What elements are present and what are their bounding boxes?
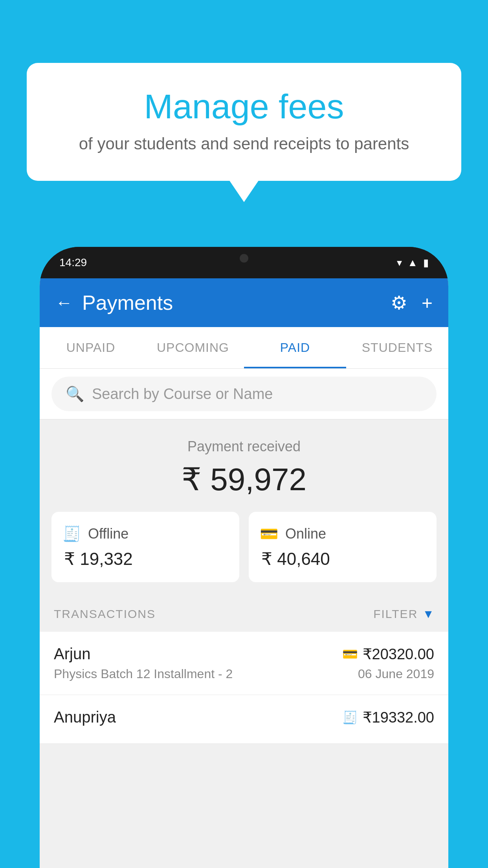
status-icons: ▾ ▲ ▮ — [397, 257, 429, 269]
transaction-row[interactable]: Anupriya 🧾 ₹19332.00 — [40, 695, 448, 744]
tab-students[interactable]: STUDENTS — [346, 327, 448, 368]
front-camera — [240, 254, 248, 263]
transaction-date: 06 June 2019 — [358, 667, 434, 681]
transaction-row[interactable]: Arjun 💳 ₹20320.00 Physics Batch 12 Insta… — [40, 632, 448, 695]
offline-icon: 🧾 — [62, 525, 81, 542]
app-header: ← Payments ⚙ + — [40, 278, 448, 327]
transaction-amount: ₹20320.00 — [363, 645, 435, 663]
offline-card-header: 🧾 Offline — [62, 525, 228, 542]
search-bar[interactable]: 🔍 Search by Course or Name — [51, 377, 437, 411]
phone-frame: 14:29 ▾ ▲ ▮ ← Payments ⚙ + UNPAID UPCO — [40, 247, 448, 868]
transaction-course: Physics Batch 12 Installment - 2 — [54, 667, 233, 681]
online-payment-card: 💳 Online ₹ 40,640 — [249, 512, 437, 582]
cash-icon: 🧾 — [342, 710, 358, 725]
back-button[interactable]: ← — [55, 293, 73, 313]
filter-icon: ▼ — [422, 607, 434, 621]
offline-payment-card: 🧾 Offline ₹ 19,332 — [51, 512, 239, 582]
tab-unpaid[interactable]: UNPAID — [40, 327, 142, 368]
settings-icon[interactable]: ⚙ — [391, 292, 407, 314]
transaction-bottom: Physics Batch 12 Installment - 2 06 June… — [54, 667, 434, 681]
online-label: Online — [285, 526, 326, 542]
payment-total-amount: ₹ 59,972 — [51, 461, 437, 498]
speech-bubble-subtitle: of your students and send receipts to pa… — [58, 134, 430, 153]
header-left: ← Payments — [55, 291, 173, 314]
signal-icon: ▲ — [407, 257, 418, 269]
transaction-name: Anupriya — [54, 708, 116, 726]
transaction-top: Arjun 💳 ₹20320.00 — [54, 645, 434, 663]
search-container: 🔍 Search by Course or Name — [40, 369, 448, 419]
page-title: Payments — [82, 291, 173, 314]
status-bar: 14:29 ▾ ▲ ▮ — [40, 247, 448, 278]
transaction-amount-section: 💳 ₹20320.00 — [342, 645, 435, 663]
online-amount: ₹ 40,640 — [260, 549, 426, 569]
phone-screen: ← Payments ⚙ + UNPAID UPCOMING PAID STUD… — [40, 278, 448, 868]
tab-upcoming[interactable]: UPCOMING — [142, 327, 244, 368]
transactions-header: TRANSACTIONS FILTER ▼ — [40, 596, 448, 632]
filter-section[interactable]: FILTER ▼ — [373, 607, 434, 621]
speech-bubble-title: Manage fees — [58, 86, 430, 127]
transaction-amount-section: 🧾 ₹19332.00 — [342, 709, 435, 726]
transaction-amount: ₹19332.00 — [363, 709, 435, 726]
tab-paid[interactable]: PAID — [244, 327, 346, 368]
transaction-name: Arjun — [54, 645, 90, 663]
header-right: ⚙ + — [391, 292, 433, 314]
transactions-label: TRANSACTIONS — [54, 607, 156, 621]
battery-icon: ▮ — [423, 257, 429, 269]
speech-bubble: Manage fees of your students and send re… — [27, 63, 461, 181]
payment-received-label: Payment received — [51, 438, 437, 455]
speech-bubble-container: Manage fees of your students and send re… — [27, 63, 461, 181]
phone-notch — [205, 247, 283, 267]
search-input[interactable]: Search by Course or Name — [92, 386, 273, 403]
payment-summary: Payment received ₹ 59,972 🧾 Offline ₹ 19… — [40, 419, 448, 596]
search-icon: 🔍 — [66, 385, 84, 403]
online-card-header: 💳 Online — [260, 525, 426, 542]
transaction-top: Anupriya 🧾 ₹19332.00 — [54, 708, 434, 726]
offline-label: Offline — [88, 526, 128, 542]
card-icon: 💳 — [342, 647, 358, 662]
offline-amount: ₹ 19,332 — [62, 549, 228, 569]
add-button[interactable]: + — [422, 292, 433, 314]
payment-cards: 🧾 Offline ₹ 19,332 💳 Online ₹ 40,640 — [51, 512, 437, 582]
filter-label: FILTER — [373, 607, 418, 621]
tabs-bar: UNPAID UPCOMING PAID STUDENTS — [40, 327, 448, 369]
online-icon: 💳 — [260, 525, 278, 542]
wifi-icon: ▾ — [397, 257, 402, 269]
status-time: 14:29 — [59, 256, 87, 269]
